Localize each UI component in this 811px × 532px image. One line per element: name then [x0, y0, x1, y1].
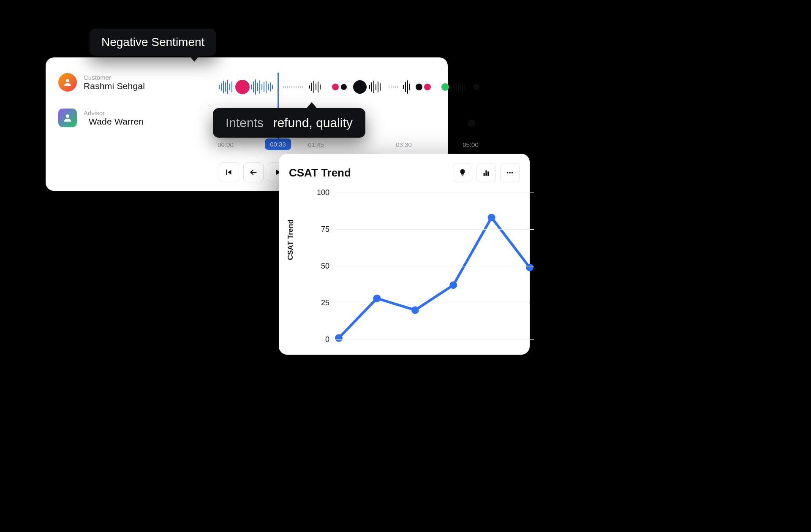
svg-point-0	[66, 79, 69, 82]
svg-point-1	[66, 114, 69, 118]
y-tick-label: 75	[310, 225, 329, 234]
intents-tooltip-value: refund, quality	[273, 116, 352, 130]
person-name: Rashmi Sehgal	[84, 81, 177, 91]
sentiment-dot-negative[interactable]	[424, 84, 431, 90]
svg-rect-8	[485, 171, 487, 176]
time-axis: 00:00 00:33 01:45 03:30 05:00	[219, 139, 479, 152]
grid-line	[335, 266, 534, 266]
sentiment-dot-negative[interactable]	[235, 80, 250, 94]
sentiment-tooltip: Negative Sentiment	[90, 29, 216, 56]
time-tick: 00:00	[218, 141, 234, 148]
time-tick: 01:45	[308, 141, 324, 148]
y-tick-label: 25	[310, 299, 329, 307]
sentiment-dot-neutral[interactable]	[474, 84, 479, 90]
sentiment-dot-neutral[interactable]	[468, 119, 475, 127]
svg-point-10	[507, 172, 509, 174]
more-icon	[505, 168, 514, 177]
intent-dot[interactable]	[353, 80, 367, 94]
avatar	[58, 73, 77, 92]
svg-rect-9	[487, 171, 489, 176]
time-tick: 05:00	[463, 141, 479, 148]
svg-rect-6	[462, 175, 463, 176]
arrow-left-icon	[249, 168, 258, 177]
chart-body: CSAT Trend 0255075100	[289, 190, 520, 350]
grid-line	[335, 193, 534, 193]
chart-type-button[interactable]	[476, 163, 496, 182]
role-label: Advisor	[84, 109, 177, 117]
y-tick-label: 50	[310, 262, 329, 271]
lightbulb-icon	[458, 168, 467, 177]
grid-line	[335, 303, 534, 303]
grid-line	[335, 339, 534, 340]
csat-trend-card: CSAT Trend CSAT Trend 0255075100	[279, 154, 530, 355]
grid-line	[335, 229, 534, 230]
skip-start-icon	[224, 168, 234, 177]
chart-plot[interactable]: 0255075100	[335, 193, 534, 339]
waveform-track-customer	[219, 79, 479, 95]
bar-chart-icon	[482, 168, 491, 177]
y-tick-label: 100	[310, 188, 329, 197]
intents-tooltip-label: Intents	[226, 116, 264, 130]
svg-point-12	[512, 172, 513, 174]
data-point[interactable]	[526, 263, 533, 271]
data-point[interactable]	[449, 281, 457, 289]
time-current-chip[interactable]: 00:33	[265, 138, 291, 150]
y-tick-label: 0	[310, 335, 329, 344]
skip-start-button[interactable]	[219, 162, 239, 182]
intents-tooltip: Intents refund, quality	[213, 108, 365, 138]
data-point[interactable]	[488, 214, 495, 221]
sentiment-tooltip-text: Negative Sentiment	[101, 35, 204, 49]
sentiment-dot-negative[interactable]	[332, 84, 339, 90]
insights-button[interactable]	[453, 163, 472, 182]
prev-button[interactable]	[243, 162, 264, 182]
data-point[interactable]	[335, 334, 343, 342]
role-label: Customer	[84, 74, 177, 81]
svg-point-11	[509, 172, 511, 174]
chart-title: CSAT Trend	[289, 166, 351, 179]
data-point[interactable]	[411, 306, 419, 314]
sentiment-dot-neutral[interactable]	[416, 84, 422, 90]
sentiment-dot-neutral[interactable]	[341, 84, 347, 90]
avatar	[58, 109, 77, 127]
person-name: Wade Warren	[84, 117, 177, 127]
svg-rect-7	[484, 173, 485, 176]
y-axis-title: CSAT Trend	[286, 220, 295, 260]
more-button[interactable]	[500, 163, 520, 182]
data-point[interactable]	[373, 295, 381, 302]
time-tick: 03:30	[396, 141, 412, 148]
sentiment-dot-positive[interactable]	[441, 83, 449, 91]
